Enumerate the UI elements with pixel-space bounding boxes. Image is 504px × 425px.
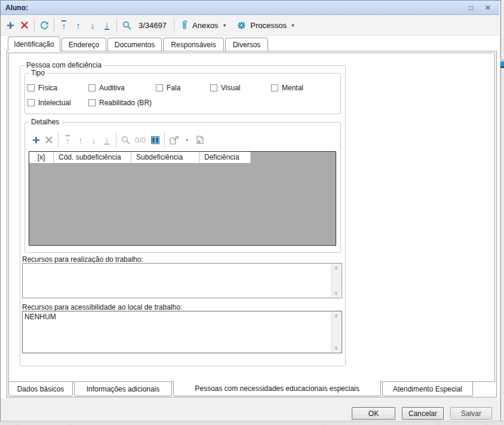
subdeficiencias-table[interactable]: [x] Cód. subdeficiência Subdeficiência D… <box>29 151 336 246</box>
detalhes-search-button[interactable] <box>119 132 132 148</box>
scroll-up-icon[interactable]: ∧ <box>334 265 339 271</box>
detalhes-report-button[interactable] <box>193 132 207 148</box>
background-fragment <box>500 62 504 66</box>
detalhes-export-menu-button[interactable]: ▼ <box>180 132 193 148</box>
tab-pessoas-necessidades-especiais[interactable]: Pessoas com necessidades educacionais es… <box>173 381 381 396</box>
access-resources-textarea[interactable]: NENHUM ∧ ∨ <box>22 311 342 353</box>
tab-informacoes-adicionais[interactable]: Informações adicionais <box>74 382 172 396</box>
tab-label: Pessoas com necessidades educacionais es… <box>195 384 359 393</box>
background-divider <box>485 422 486 425</box>
next-record-button[interactable]: ↓ <box>85 17 100 33</box>
detalhes-next-button[interactable]: ↓ <box>87 132 100 148</box>
first-record-icon: ↑ <box>65 135 70 145</box>
checkbox-label: Mental <box>282 84 303 92</box>
checkbox-reabilitado-br[interactable]: Reabilitado (BR) <box>88 99 156 107</box>
anexos-label: Anexos <box>192 21 218 30</box>
background-divider <box>18 422 19 425</box>
detalhes-toolbar: ↑ ↑ ↓ ↓ 0/0 ▼ <box>29 132 207 148</box>
groupbox-title: Pessoa com deficiência <box>24 61 104 69</box>
last-record-button[interactable]: ↓ <box>100 17 114 33</box>
work-resources-label: Recursos para realização do trabalho: <box>22 255 143 264</box>
processos-button[interactable]: Processos ▼ <box>232 17 300 33</box>
detalhes-export-button[interactable] <box>167 132 180 148</box>
checkbox-box <box>27 99 35 106</box>
checkbox-box <box>271 84 278 91</box>
toolbar-separator <box>58 133 59 147</box>
table-body-empty[interactable] <box>29 164 336 245</box>
column-header-subdeficiencia[interactable]: Subdeficiência <box>131 152 199 164</box>
tab-endereco[interactable]: Endereço <box>62 38 106 51</box>
table-header-filler <box>251 152 336 164</box>
tab-atendimento-especial[interactable]: Atendimento Especial <box>382 382 473 396</box>
scroll-down-icon[interactable]: ∨ <box>334 345 339 351</box>
delete-record-button[interactable] <box>17 17 32 33</box>
background-divider <box>437 422 438 425</box>
x-icon <box>45 136 53 143</box>
detalhes-first-button[interactable]: ↑ <box>61 132 74 148</box>
textarea-value: NENHUM <box>24 313 328 321</box>
anexos-button[interactable]: Anexos ▼ <box>177 17 232 33</box>
checkbox-box <box>156 84 163 91</box>
arrow-down-icon: ↓ <box>91 136 96 144</box>
checkbox-box <box>88 84 96 91</box>
detalhes-last-button[interactable]: ↓ <box>100 132 113 148</box>
last-record-icon: ↓ <box>105 135 109 145</box>
column-header-selector[interactable]: [x] <box>29 152 54 164</box>
paperclip-icon <box>182 20 188 30</box>
titlebar[interactable]: Aluno: □ ✕ <box>1 1 499 15</box>
tab-label: Diversos <box>233 41 261 49</box>
background-window-strip <box>0 421 504 425</box>
detalhes-delete-button[interactable] <box>42 132 56 148</box>
add-record-button[interactable] <box>3 17 17 33</box>
processos-label: Processos <box>250 21 287 30</box>
save-button[interactable]: Salvar <box>450 407 492 420</box>
access-resources-label: Recursos para acessibilidade ao local de… <box>22 303 182 311</box>
checkbox-auditiva[interactable]: Auditiva <box>88 84 156 92</box>
refresh-button[interactable] <box>37 17 51 33</box>
cancel-button[interactable]: Cancelar <box>402 407 444 420</box>
toolbar-separator <box>116 133 116 147</box>
arrow-up-icon: ↑ <box>76 22 81 29</box>
tab-label: Endereço <box>69 41 99 49</box>
tab-label: Documentos <box>115 41 155 49</box>
detalhes-record-counter: 0/0 <box>132 136 149 145</box>
column-header-deficiencia[interactable]: Deficiência <box>199 152 251 164</box>
ok-button[interactable]: OK <box>352 407 395 420</box>
vertical-scrollbar[interactable]: ∧ ∨ <box>331 264 341 297</box>
column-header-cod-subdeficiencia[interactable]: Cód. subdeficiência <box>54 152 131 164</box>
checkbox-fisica[interactable]: Física <box>27 84 88 92</box>
tab-identificacao[interactable]: Identificação <box>8 36 60 51</box>
toolbar-separator <box>34 18 35 32</box>
scroll-down-icon[interactable]: ∨ <box>334 291 339 296</box>
checkbox-fala[interactable]: Fala <box>156 84 210 92</box>
work-resources-textarea[interactable]: ∧ ∨ <box>22 263 342 298</box>
x-icon <box>21 22 28 29</box>
detalhes-add-button[interactable] <box>29 132 42 148</box>
previous-record-button[interactable]: ↑ <box>71 17 85 33</box>
tab-label: Identificação <box>14 40 54 48</box>
button-label: OK <box>368 409 379 418</box>
search-button[interactable] <box>119 17 134 33</box>
tab-documentos[interactable]: Documentos <box>107 38 162 51</box>
checkbox-intelectual[interactable]: Intelectual <box>27 99 88 107</box>
detalhes-columns-button[interactable] <box>149 132 162 148</box>
first-record-button[interactable]: ↑ <box>57 17 71 33</box>
checkbox-mental[interactable]: Mental <box>271 84 338 92</box>
close-button[interactable]: ✕ <box>481 2 494 13</box>
tab-dados-basicos[interactable]: Dados básicos <box>8 382 73 396</box>
chevron-down-icon: ▼ <box>291 23 295 27</box>
detalhes-previous-button[interactable]: ↑ <box>74 132 87 148</box>
scroll-up-icon[interactable]: ∧ <box>334 313 339 319</box>
tab-label: Responsáveis <box>171 41 216 49</box>
export-icon <box>170 136 179 145</box>
tab-responsaveis[interactable]: Responsáveis <box>163 38 224 51</box>
vertical-scrollbar[interactable]: ∧ ∨ <box>331 312 341 352</box>
groupbox-title: Tipo <box>29 69 47 77</box>
window-title: Aluno: <box>5 4 28 12</box>
maximize-button[interactable]: □ <box>465 2 478 13</box>
toolbar-separator <box>174 18 174 32</box>
checkbox-visual[interactable]: Visual <box>210 84 271 92</box>
tab-diversos[interactable]: Diversos <box>225 38 268 51</box>
tab-label: Informações adicionais <box>87 385 160 393</box>
background-divider <box>70 422 71 425</box>
